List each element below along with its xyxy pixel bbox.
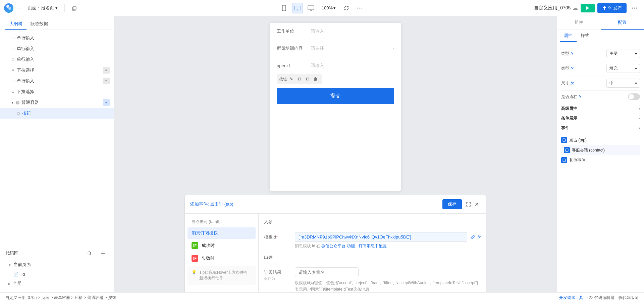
low-code-link[interactable]: 低代码版师 [619,295,639,301]
required-mark: * [276,234,278,240]
prop-type-label: 类型 fx [561,66,574,71]
tree-badge-7: + [103,99,110,106]
template-id-fx-icon[interactable]: fx [478,235,481,240]
out-param-section: 出参 订阅结果 保存为 以模板id为键值，值包括'accept'、'reject… [264,254,481,292]
tree-item-button[interactable]: □ 按钮 [0,108,114,119]
code-area-icons [84,248,108,259]
event-item-success[interactable]: IF 成功时 [187,240,256,252]
out-param-label: 出参 [264,254,481,263]
template-hint-link[interactable]: 微信公众平台-功能 - 订阅消息中配置 [321,244,387,248]
event-item-fail[interactable]: IF 失败时 [187,252,256,264]
dev-tools-link[interactable]: 开发调试工具 [559,295,583,301]
toolbar-paste-icon[interactable]: ⊟ [304,76,311,82]
event-expand-icon[interactable] [465,200,473,208]
var-name-input[interactable] [295,267,359,277]
publish-button[interactable]: ✈ 发布 [597,3,627,13]
left-panel: 大纲树 状态数据 □ 单行输入 □ 单行输入 □ 单行输入 [0,16,114,292]
desktop-view-btn[interactable] [306,3,316,13]
menu-dots[interactable]: ··· [16,4,21,11]
event-other-item[interactable]: 其他事件 [561,155,640,165]
prop-variant-select[interactable]: 主要 ▾ [606,49,640,58]
page-chevron: ▾ [55,5,58,10]
prop-size-select[interactable]: 中 ▾ [606,79,640,88]
tree-item-dropdown-1[interactable]: ≡ 下拉选择 ≡ [0,65,114,76]
code-editor-link[interactable]: </> 代码编辑器 [587,295,614,301]
zoom-control[interactable]: 100% ▾ [319,4,338,12]
toolbar-delete-icon[interactable]: 🗑 [312,76,319,82]
page-selector[interactable]: 页面：报名页 ▾ [25,4,60,12]
when-label: 当点击时 (tap)时 [187,218,256,227]
prop-fullwidth-label: 是否通栏 fx [561,94,582,100]
tablet-view-btn[interactable] [292,3,303,13]
event-contact-item[interactable]: 客服会话 (contact) [561,145,640,155]
tab-state[interactable]: 状态数据 [26,19,52,30]
tree-item-dropdown-2[interactable]: ≡ 下拉选择 [0,86,114,97]
right-tab-components[interactable]: 组件 [557,16,601,30]
type-chevron: ▾ [635,66,637,71]
fullwidth-fx-icon[interactable]: fx [579,94,582,99]
prop-fullwidth-toggle[interactable] [628,93,640,100]
tree-item-container[interactable]: ▼ ▤ 普通容器 + [0,97,114,108]
openid-input[interactable]: 请输入 [311,62,394,69]
topbar-more-btn[interactable] [629,3,640,13]
code-global[interactable]: ▶ 全局 [5,279,108,288]
global-chevron: ▶ [8,282,11,286]
more-options-btn[interactable] [355,3,365,13]
event-tap-item[interactable]: 点击 (tap) [561,135,640,145]
prop-row-variant: 类型 fx 主要 ▾ [561,46,640,61]
template-id-edit-icon[interactable] [469,233,476,241]
condition-display-section[interactable]: 条件展示 › [561,113,640,123]
topbar: ··· 页面：报名页 ▾ 100% ▾ 自定义应用_0705 ☁ [0,0,644,16]
code-subtree: ▼ 当前页面 📄 id ▶ 全局 [5,259,108,290]
container-expand-arrow[interactable]: ▼ [11,101,14,104]
tree-item-single-input-2[interactable]: □ 单行输入 [0,43,114,54]
phone-view-btn[interactable] [279,3,289,13]
template-id-input[interactable]: ['m3DRMNP91b9PiPChwvNXnNvIc6llQv1OeFhkkl… [295,232,467,242]
tab-outline[interactable]: 大纲树 [5,19,26,30]
svg-point-13 [632,7,633,8]
logo-icon [6,4,12,11]
prop-type-select[interactable]: 填充 ▾ [606,64,640,73]
right-props: 类型 fx 主要 ▾ 类型 fx 填充 ▾ [557,42,644,292]
contact-event-label: 客服会话 (contact) [572,147,605,153]
event-close-icon[interactable]: ✕ [473,200,481,208]
tree-item-single-input-3[interactable]: □ 单行输入 [0,54,114,65]
events-section[interactable]: 事件 › [561,123,640,132]
refresh-btn[interactable] [341,3,352,13]
button-icon: □ [16,111,21,116]
left-panel-tabs: 大纲树 状态数据 [0,16,114,30]
work-unit-input[interactable]: 请输入 [311,28,394,34]
advanced-props-section[interactable]: 高级属性 › [561,103,640,113]
event-panel-title: 添加事件: 点击时 (tap) [190,201,442,207]
tree-item-single-input-1[interactable]: □ 单行输入 [0,33,114,43]
prop-row-type: 类型 fx 填充 ▾ [561,61,640,76]
copy-button[interactable] [69,3,79,13]
code-current-page[interactable]: ▼ 当前页面 [5,260,108,269]
variant-chevron: ▾ [635,51,637,56]
submit-button[interactable]: 提交 [277,88,394,104]
size-fx-icon[interactable]: fx [571,81,574,86]
tree-item-single-input-5[interactable]: □ 单行输入 ≡ [0,76,114,86]
type-fx-icon[interactable]: fx [571,66,574,71]
tree-badge-5: ≡ [103,78,110,84]
dropdown-icon-1: ≡ [11,68,15,73]
right-subtab-props[interactable]: 属性 [560,30,577,42]
code-search-btn[interactable] [84,248,95,259]
advanced-chevron: › [639,107,640,111]
event-item-subscribe[interactable]: 消息订阅授权 [187,227,256,239]
result-hint: 以模板id为键值，值包括'accept'、'reject'、'ban'、'fil… [295,280,481,292]
event-save-btn[interactable]: 保存 [442,199,462,209]
svg-point-15 [636,7,637,8]
training-select[interactable]: 请选择 [311,45,388,51]
run-button[interactable] [581,4,595,12]
variant-fx-icon[interactable]: fx [571,51,574,56]
tree-label-5: 单行输入 [17,78,34,84]
code-add-btn[interactable] [98,248,108,259]
current-page-label: 当前页面 [13,262,31,268]
right-subtab-style[interactable]: 样式 [577,30,593,42]
tree-label-3: 单行输入 [17,56,110,62]
right-tab-config[interactable]: 配置 [601,16,644,30]
code-id-item[interactable]: 📄 id [5,269,108,279]
toolbar-edit-icon[interactable]: ✎ [288,76,295,82]
toolbar-copy-icon[interactable]: ⊡ [296,76,303,82]
